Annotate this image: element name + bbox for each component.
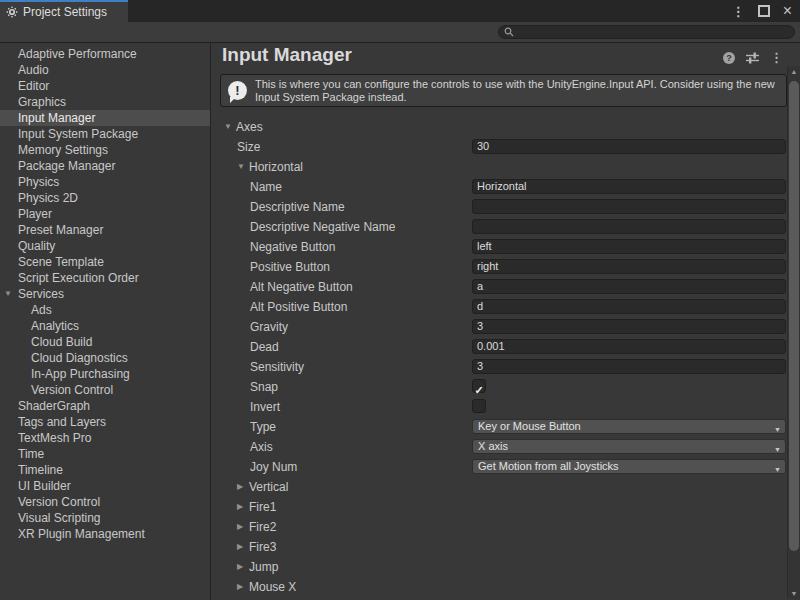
sidebar-item-time[interactable]: Time [0,446,210,462]
foldout-label[interactable]: Fire3 [249,540,276,554]
alt-negative-button-field[interactable]: a [472,279,786,294]
help-icon[interactable]: ? [723,52,735,64]
sensitivity-field[interactable]: 3 [472,359,786,374]
sidebar-item-visual-scripting[interactable]: Visual Scripting [0,510,210,526]
sidebar-item-label: Physics [18,175,59,189]
sidebar-item-script-execution-order[interactable]: Script Execution Order [0,270,210,286]
vertical-scrollbar[interactable]: ▲ ▼ [787,66,800,599]
foldout-triangle-icon[interactable]: ▶ [237,582,243,591]
sidebar-item-label: TextMesh Pro [18,431,91,445]
sidebar-item-label: Input Manager [18,111,95,125]
sidebar-item-memory-settings[interactable]: Memory Settings [0,142,210,158]
sidebar-item-cloud-build[interactable]: Cloud Build [0,334,210,350]
sidebar-item-version-control[interactable]: Version Control [0,382,210,398]
sidebar-item-label: Input System Package [18,127,138,141]
descriptive-name-field[interactable] [472,199,786,214]
maximize-icon[interactable] [758,5,770,17]
foldout-triangle-icon[interactable]: ▶ [237,562,243,571]
sidebar-item-version-control[interactable]: Version Control [0,494,210,510]
close-icon[interactable]: × [783,3,792,19]
scrollbar-thumb[interactable] [789,81,799,551]
sidebar-item-textmesh-pro[interactable]: TextMesh Pro [0,430,210,446]
foldout-triangle-icon[interactable]: ▶ [237,522,243,531]
foldout-triangle-icon[interactable]: ▶ [237,502,243,511]
sidebar-item-label: Cloud Diagnostics [31,351,128,365]
foldout-triangle-icon[interactable]: ▼ [224,122,232,131]
negative-button-field[interactable]: left [472,239,786,254]
sidebar-item-player[interactable]: Player [0,206,210,222]
settings-row-size: Size30 [211,137,786,157]
alt-positive-button-field[interactable]: d [472,299,786,314]
sidebar-item-analytics[interactable]: Analytics [0,318,210,334]
checkmark-icon: ✓ [474,384,483,396]
sidebar-item-scene-template[interactable]: Scene Template [0,254,210,270]
property-label: Type [250,420,276,434]
search-input[interactable] [498,25,795,39]
foldout-label[interactable]: Axes [236,120,263,134]
presets-icon[interactable] [746,52,759,64]
foldout-triangle-icon[interactable]: ▶ [237,482,243,491]
foldout-label[interactable]: Fire1 [249,500,276,514]
type-dropdown[interactable]: Key or Mouse Button▼ [472,419,786,434]
property-label: Positive Button [250,260,330,274]
sidebar-item-in-app-purchasing[interactable]: In-App Purchasing [0,366,210,382]
property-label: Descriptive Name [250,200,345,214]
foldout-label[interactable]: Jump [249,560,278,574]
sidebar-item-shadergraph[interactable]: ShaderGraph [0,398,210,414]
sidebar-item-editor[interactable]: Editor [0,78,210,94]
foldout-triangle-icon[interactable]: ▶ [237,542,243,551]
joy-num-dropdown[interactable]: Get Motion from all Joysticks▼ [472,459,786,474]
gravity-field[interactable]: 3 [472,319,786,334]
scroll-down-icon[interactable]: ▼ [788,590,800,597]
scroll-up-icon[interactable]: ▲ [788,68,800,75]
positive-button-field[interactable]: right [472,259,786,274]
size-field[interactable]: 30 [472,139,786,154]
sidebar-item-label: ShaderGraph [18,399,90,413]
sidebar-item-physics[interactable]: Physics [0,174,210,190]
sidebar-item-audio[interactable]: Audio [0,62,210,78]
settings-row-name: NameHorizontal [211,177,786,197]
sidebar-item-preset-manager[interactable]: Preset Manager [0,222,210,238]
sidebar-item-label: XR Plugin Management [18,527,145,541]
sidebar-item-xr-plugin-management[interactable]: XR Plugin Management [0,526,210,542]
sidebar-item-adaptive-performance[interactable]: Adaptive Performance [0,46,210,62]
info-box: ! This is where you can configure the co… [220,74,787,107]
foldout-triangle-icon[interactable]: ▼ [4,286,12,302]
invert-checkbox[interactable] [472,399,486,413]
descriptive-negative-name-field[interactable] [472,219,786,234]
settings-row-alt-positive-button: Alt Positive Buttond [211,297,786,317]
foldout-label[interactable]: Mouse X [249,580,296,594]
foldout-label[interactable]: Fire2 [249,520,276,534]
sidebar-item-cloud-diagnostics[interactable]: Cloud Diagnostics [0,350,210,366]
page-title: Input Manager [222,44,352,66]
settings-row-positive-button: Positive Buttonright [211,257,786,277]
sidebar-item-input-manager[interactable]: Input Manager [0,110,210,126]
tab-project-settings[interactable]: Project Settings [0,0,128,22]
snap-checkbox[interactable]: ✓ [472,379,486,393]
window-menu-icon[interactable]: ⋮ [732,5,745,18]
property-label: Joy Num [250,460,297,474]
sidebar-item-tags-and-layers[interactable]: Tags and Layers [0,414,210,430]
settings-row-type: TypeKey or Mouse Button▼ [211,417,786,437]
foldout-triangle-icon[interactable]: ▼ [237,162,245,171]
dead-field[interactable]: 0.001 [472,339,786,354]
sidebar-item-input-system-package[interactable]: Input System Package [0,126,210,142]
sidebar-item-label: Player [18,207,52,221]
sidebar-item-timeline[interactable]: Timeline [0,462,210,478]
name-field[interactable]: Horizontal [472,179,786,194]
sidebar-item-services[interactable]: ▼Services [0,286,210,302]
settings-row-joy-num: Joy NumGet Motion from all Joysticks▼ [211,457,786,477]
sidebar-item-package-manager[interactable]: Package Manager [0,158,210,174]
axis-dropdown[interactable]: X axis▼ [472,439,786,454]
sidebar-item-ads[interactable]: Ads [0,302,210,318]
sidebar-item-physics-2d[interactable]: Physics 2D [0,190,210,206]
sidebar-item-ui-builder[interactable]: UI Builder [0,478,210,494]
sidebar-item-graphics[interactable]: Graphics [0,94,210,110]
sidebar-item-quality[interactable]: Quality [0,238,210,254]
settings-row-invert: Invert [211,397,786,417]
sidebar-item-label: Package Manager [18,159,115,173]
sidebar-item-label: In-App Purchasing [31,367,130,381]
foldout-label[interactable]: Vertical [249,480,288,494]
kebab-menu-icon[interactable]: ⋮ [770,51,783,64]
foldout-label[interactable]: Horizontal [249,160,303,174]
